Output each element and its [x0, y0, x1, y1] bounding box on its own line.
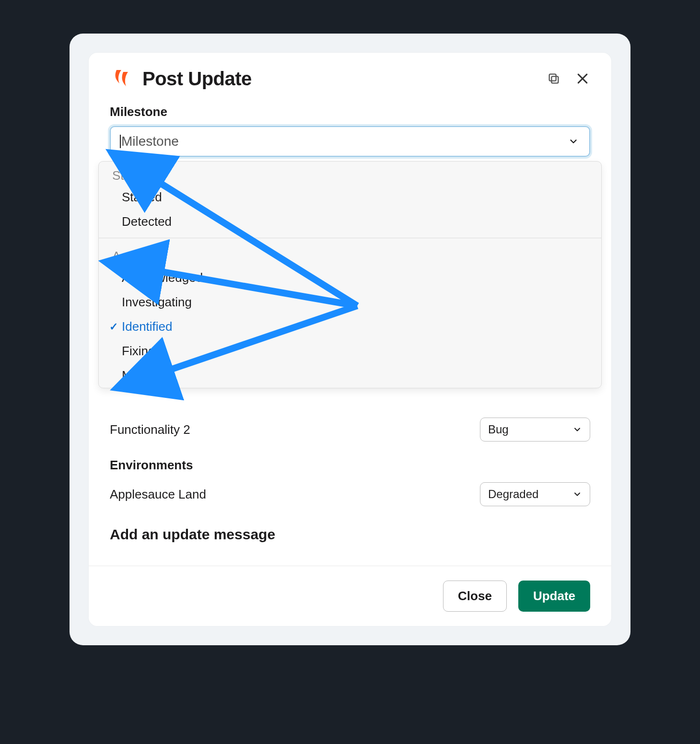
close-button[interactable]: Close	[443, 581, 507, 612]
svg-rect-1	[549, 74, 556, 81]
environments-heading: Environments	[110, 448, 590, 476]
functionality-status-value: Bug	[488, 423, 509, 436]
header-actions	[546, 71, 590, 86]
copy-icon[interactable]	[546, 71, 561, 86]
dropdown-group-started: Started	[99, 162, 601, 185]
dropdown-group-active: Active	[99, 242, 601, 266]
chevron-down-icon	[572, 425, 582, 434]
chevron-down-icon	[568, 136, 579, 147]
environment-label: Applesauce Land	[110, 487, 206, 502]
milestone-select-input[interactable]: Milestone	[110, 126, 590, 157]
milestone-placeholder: Milestone	[121, 134, 179, 149]
milestone-label: Milestone	[110, 105, 590, 119]
functionality-status-select[interactable]: Bug	[480, 418, 590, 442]
option-started[interactable]: Started	[99, 185, 601, 209]
chevron-down-icon	[572, 489, 582, 499]
modal-body: Milestone Milestone Started Started Dete…	[89, 100, 611, 566]
close-icon[interactable]	[575, 71, 590, 86]
outer-panel: Post Update Milestone	[70, 34, 630, 645]
modal-header: Post Update	[89, 53, 611, 100]
modal-title: Post Update	[142, 68, 546, 90]
option-detected[interactable]: Detected	[99, 209, 601, 234]
update-button[interactable]: Update	[518, 581, 590, 612]
option-investigating[interactable]: Investigating	[99, 290, 601, 314]
option-fixing[interactable]: Fixing	[99, 339, 601, 363]
functionality-label: Functionality 2	[110, 422, 190, 437]
text-caret	[120, 135, 121, 148]
post-update-modal: Post Update Milestone	[89, 53, 611, 626]
svg-rect-0	[551, 76, 558, 83]
option-identified[interactable]: Identified	[99, 314, 601, 339]
environment-row: Applesauce Land Degraded	[110, 476, 590, 513]
option-acknowledged[interactable]: Acknowledged	[99, 266, 601, 290]
app-logo-icon	[110, 67, 133, 90]
dropdown-divider	[99, 238, 601, 238]
environment-status-select[interactable]: Degraded	[480, 482, 590, 506]
option-mitigated[interactable]: Mitigated	[99, 363, 601, 388]
milestone-dropdown: Started Started Detected Active Acknowle…	[98, 161, 602, 388]
environment-status-value: Degraded	[488, 488, 538, 501]
update-message-heading: Add an update message	[110, 513, 590, 554]
modal-footer: Close Update	[89, 566, 611, 626]
functionality-row: Functionality 2 Bug	[110, 411, 590, 448]
